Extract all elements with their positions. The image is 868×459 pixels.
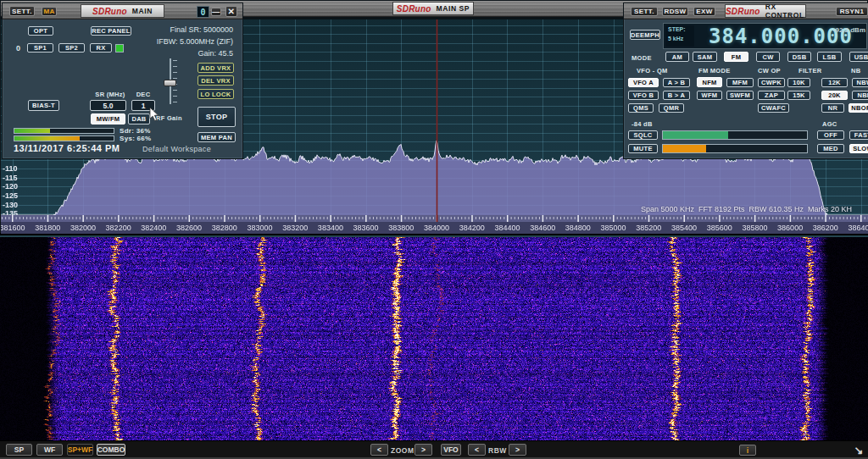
qms-button[interactable]: QMS: [628, 103, 654, 113]
mode-fm-button[interactable]: FM: [724, 52, 748, 62]
volume-fill: [663, 145, 706, 152]
mem-pan-button[interactable]: MEM PAN: [198, 132, 236, 142]
datetime-text: 13/11/2017 6:25:44 PM: [14, 143, 120, 153]
main-titlebar[interactable]: SETT. MA SDRuno MAIN 0 — ✕: [3, 3, 242, 19]
filter-20k-button[interactable]: 20K: [821, 91, 848, 100]
mute-button[interactable]: MUTE: [628, 144, 658, 153]
sdr-usage-bar: [14, 128, 114, 134]
agc-med-button[interactable]: MED: [817, 144, 844, 153]
mode-sam-button[interactable]: SAM: [693, 52, 717, 62]
squelch-bar[interactable]: [662, 130, 808, 140]
zoom-in-button[interactable]: >: [415, 444, 432, 456]
sdr-usage-fill: [14, 129, 50, 133]
cwafc-button[interactable]: CWAFC: [758, 103, 789, 113]
mode-dsb-button[interactable]: DSB: [787, 52, 811, 62]
nboff-button[interactable]: NBOFF: [849, 103, 868, 113]
vfo-b-button[interactable]: VFO B: [628, 91, 659, 100]
rx-titlebar[interactable]: SETT. RDSW EXW SDRuno RX CONTROL RSYN1: [624, 3, 868, 19]
main-settings-button[interactable]: SETT.: [9, 6, 35, 16]
sr-label: SR (MHz): [93, 91, 127, 98]
sdruno-logo: SDRuno: [92, 7, 127, 16]
close-button[interactable]: ✕: [225, 6, 237, 17]
mw-fm-button[interactable]: MW/FM: [91, 113, 125, 124]
wf-view-button[interactable]: WF: [36, 444, 63, 456]
mode-am-button[interactable]: AM: [665, 52, 689, 62]
add-vrx-button[interactable]: ADD VRX: [198, 63, 234, 73]
del-vrx-button[interactable]: DEL VRX: [198, 75, 234, 86]
rx-button[interactable]: RX: [90, 43, 112, 53]
waterfall-display[interactable]: [0, 235, 868, 440]
mfm-button[interactable]: MFM: [726, 78, 754, 87]
info-button[interactable]: i: [739, 445, 756, 456]
filter-12k-button[interactable]: 12K: [821, 78, 848, 87]
agc-label: AGC: [822, 120, 837, 128]
nbn-button[interactable]: NBN: [852, 91, 868, 100]
a-to-b-button[interactable]: A > B: [663, 78, 690, 87]
rbw-down-button[interactable]: <: [468, 444, 486, 456]
rf-gain-slider-handle[interactable]: [164, 80, 176, 86]
dab-button[interactable]: DAB: [128, 113, 150, 124]
sp-view-button[interactable]: SP: [6, 444, 32, 456]
resize-grip-icon[interactable]: ↘: [851, 442, 866, 457]
stop-button[interactable]: STOP: [198, 107, 236, 127]
sqlc-button[interactable]: SQLC: [628, 130, 658, 140]
nfm-button[interactable]: NFM: [697, 77, 722, 87]
workspace-name: Default Workspace: [142, 145, 211, 153]
vfo-a-button[interactable]: VFO A: [628, 78, 659, 87]
step-box[interactable]: STEP: 5 kHz: [665, 25, 694, 47]
bias-t-button[interactable]: BIAS-T: [28, 100, 59, 111]
signal-level: -92.2 dBm: [833, 26, 865, 34]
opt-button[interactable]: OPT: [28, 26, 53, 36]
mode-cw-button[interactable]: CW: [756, 52, 780, 62]
main-ma-button[interactable]: MA: [42, 7, 57, 16]
swfm-button[interactable]: SWFM: [726, 91, 754, 100]
ifbw-value: IFBW: 5.000MHz (ZIF): [138, 37, 233, 46]
b-to-a-button[interactable]: B > A: [663, 91, 690, 100]
sp-wf-view-button[interactable]: SP+WF: [67, 444, 93, 456]
rsyn1-button[interactable]: RSYN1: [836, 7, 868, 16]
deemph-button[interactable]: DEEMPH: [630, 30, 660, 40]
rec-panel-button[interactable]: REC PANEL: [91, 26, 131, 36]
sr-value-box[interactable]: 5.0: [90, 100, 126, 111]
filter-15k-button[interactable]: 15K: [787, 91, 810, 100]
vfo-qm-group-label: VFO - QM: [637, 67, 668, 75]
rbw-label: RBW: [488, 446, 507, 455]
main-window: SETT. MA SDRuno MAIN 0 — ✕ OPT REC PANEL…: [2, 3, 243, 159]
sys-usage-label: Sys: 66%: [120, 135, 152, 142]
nbw-button[interactable]: NBW: [852, 78, 868, 87]
cwpk-button[interactable]: CWPK: [758, 78, 785, 87]
nr-button[interactable]: NR: [821, 103, 844, 113]
sp2-button[interactable]: SP2: [58, 43, 85, 53]
squelch-fill: [663, 131, 728, 139]
nb-group-label: NB: [851, 67, 860, 75]
rx-title: RX CONTROL: [765, 3, 805, 19]
main-title-plate: SDRuno MAIN: [81, 4, 164, 18]
zoom-out-button[interactable]: <: [370, 444, 388, 456]
zap-button[interactable]: ZAP: [758, 91, 785, 100]
rx-settings-button[interactable]: SETT.: [631, 7, 658, 16]
rdsw-button[interactable]: RDSW: [662, 7, 688, 16]
qmr-button[interactable]: QMR: [659, 103, 684, 113]
step-label: STEP:: [668, 25, 694, 35]
wfm-button[interactable]: WFM: [697, 91, 722, 100]
rbw-up-button[interactable]: >: [509, 444, 526, 456]
minimize-button[interactable]: —: [211, 8, 221, 16]
rx-title-plate: SDRuno RX CONTROL: [725, 4, 806, 18]
exw-button[interactable]: EXW: [693, 7, 715, 16]
agc-slow-button[interactable]: SLOW: [849, 144, 868, 153]
sdruno-logo: SDRuno: [397, 4, 431, 14]
vfo-button[interactable]: VFO: [441, 444, 461, 456]
mouse-cursor: [149, 107, 159, 122]
frequency-display: STEP: 5 kHz 384.000.000 -92.2 dBm: [663, 23, 867, 49]
sp1-button[interactable]: SP1: [27, 43, 53, 53]
mode-label: MODE: [632, 54, 652, 62]
mode-usb-button[interactable]: USB: [849, 52, 868, 62]
lo-lock-button[interactable]: LO LOCK: [198, 89, 234, 99]
agc-fast-button[interactable]: FAST: [849, 130, 868, 140]
filter-10k-button[interactable]: 10K: [787, 78, 810, 87]
main-title: MAIN: [132, 7, 153, 15]
combo-view-button[interactable]: COMBO: [97, 444, 125, 456]
volume-bar[interactable]: [662, 144, 808, 153]
agc-off-button[interactable]: OFF: [817, 130, 844, 140]
mode-lsb-button[interactable]: LSB: [817, 52, 842, 62]
